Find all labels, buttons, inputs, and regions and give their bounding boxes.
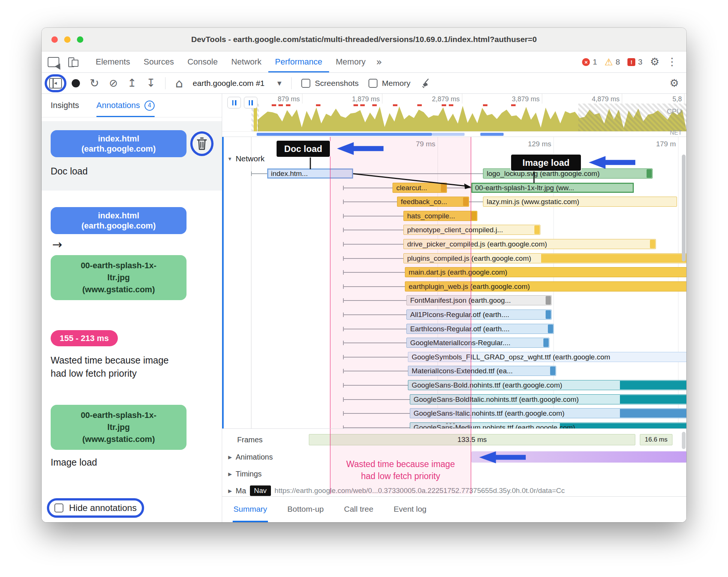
doc-load-annotation-label[interactable]: Doc load (277, 141, 330, 157)
network-request[interactable]: 00-earth-splash-1x-ltr.jpg (ww... (222, 183, 686, 194)
annotation-pill-index-html[interactable]: index.html (earth.google.com) (51, 207, 187, 234)
tab-sources[interactable]: Sources (137, 51, 181, 72)
long-task-marker (316, 104, 320, 106)
load-profile-button[interactable]: ↧ (146, 78, 155, 89)
collapse-triangle-icon[interactable]: ▼ (227, 156, 232, 162)
network-request[interactable]: earthplugin_web.js (earth.google.com) (222, 281, 686, 292)
annotation-pill-splash-image[interactable]: 00-earth-splash-1x- ltr.jpg (www.gstatic… (51, 405, 187, 450)
request-label: phenotype_client_compiled.j... (407, 225, 503, 235)
error-badge[interactable]: × 1 (582, 57, 597, 66)
bottom-tab-call-tree[interactable]: Call tree (343, 497, 374, 522)
tab-performance[interactable]: Performance (268, 51, 329, 72)
inspect-element-button[interactable] (48, 57, 59, 67)
memory-checkbox[interactable] (369, 79, 378, 88)
network-request[interactable]: drive_picker_compiled.js (earth.google.c… (222, 239, 686, 250)
annotation-entry-time-range[interactable]: 155 - 213 ms Wasted time because image h… (42, 330, 222, 380)
frames-bar[interactable]: 16.6 ms (640, 434, 672, 445)
annotation-pill-splash-image[interactable]: 00-earth-splash-1x- ltr.jpg (www.gstatic… (51, 255, 187, 300)
tab-network[interactable]: Network (224, 51, 268, 72)
network-request[interactable]: GoogleSans-Italic.nohints.ttf (earth.goo… (222, 408, 686, 419)
network-request[interactable]: EarthIcons-Regular.otf (earth.... (222, 324, 686, 335)
network-request[interactable]: MaterialIcons-Extended.ttf (ea... (222, 366, 686, 377)
close-button[interactable] (51, 36, 58, 43)
cpu-chart[interactable] (222, 104, 686, 131)
annotation-pill-index-html[interactable]: index.html (earth.google.com) (51, 130, 187, 157)
request-end-cap (550, 367, 555, 375)
issues-badge[interactable]: ! 3 (627, 57, 642, 66)
warning-badge[interactable]: ⚠ 8 (605, 57, 620, 67)
tab-memory[interactable]: Memory (329, 51, 372, 72)
network-request[interactable]: FontManifest.json (earth.goog... (222, 295, 686, 306)
inspect-cursor-icon (48, 57, 59, 67)
settings-gear-icon[interactable]: ⚙ (650, 57, 659, 67)
network-request[interactable]: All1PIcons-Regular.otf (earth.... (222, 310, 686, 320)
tab-console[interactable]: Console (180, 51, 224, 72)
kebab-menu-icon[interactable]: ⋮ (667, 57, 677, 67)
hide-annotations-row[interactable]: Hide annotations (54, 503, 137, 513)
network-request[interactable]: GoogleSans-BoldItalic.nohints.ttf (earth… (222, 394, 686, 405)
collapse-triangle-icon[interactable]: ▶ (228, 454, 232, 460)
hide-annotations-checkbox[interactable] (54, 503, 63, 512)
bottom-tab-event-log[interactable]: Event log (393, 497, 427, 522)
tab-annotations[interactable]: Annotations 4 (96, 94, 155, 117)
minimize-button[interactable] (64, 36, 71, 43)
annotation-label: Image load (51, 456, 182, 469)
network-request[interactable]: plugins_compiled.js (earth.google.com) (222, 253, 686, 264)
tab-elements[interactable]: Elements (89, 51, 137, 72)
performance-settings-gear-icon[interactable]: ⚙ (669, 78, 679, 89)
track-resize-handle[interactable]: ••• (446, 420, 456, 428)
bottom-tab-summary[interactable]: Summary (233, 497, 268, 522)
annotation-entry-doc-load[interactable]: index.html (earth.google.com) Doc load (42, 121, 222, 191)
network-waterfall[interactable]: ▼ Network Doc load Image load ••• 79 ms1… (222, 137, 686, 428)
lower-tracks: Frames 133.5 ms 16.6 ms ▶ Animations ▶ T… (222, 428, 686, 496)
network-request[interactable]: GoogleSans-Bold.nohints.ttf (earth.googl… (222, 380, 686, 391)
delete-annotation-button[interactable] (196, 136, 208, 151)
network-track-header[interactable]: ▼ Network (227, 154, 265, 163)
nav-annotation-chip[interactable]: Nav (250, 485, 271, 496)
tracks-scrollbar[interactable] (682, 432, 686, 449)
waterfall-scrollbar[interactable] (682, 155, 686, 261)
timeline-overview[interactable]: 879 ms1,879 ms2,879 ms3,879 ms4,879 ms5,… (222, 94, 686, 137)
screenshots-checkbox[interactable] (301, 79, 310, 88)
long-task-marker (372, 104, 377, 106)
bottom-tab-bottom-up[interactable]: Bottom-up (287, 497, 325, 522)
request-label: lazy.min.js (www.gstatic.com) (487, 197, 579, 207)
network-request[interactable]: phenotype_client_compiled.j... (222, 225, 686, 236)
save-profile-button[interactable]: ↥ (128, 78, 137, 89)
request-label: index.htm... (271, 168, 308, 179)
request-end-cap (534, 225, 540, 234)
garbage-broom-icon (420, 78, 432, 89)
annotation-entry-link[interactable]: index.html (earth.google.com) → 00-earth… (42, 207, 222, 300)
pause-marker-button[interactable] (227, 97, 241, 108)
network-request[interactable]: GoogleMaterialIcons-Regular.... (222, 338, 686, 349)
record-button[interactable] (72, 79, 80, 87)
request-label: FontManifest.json (earth.goog... (410, 295, 511, 305)
collapse-triangle-icon[interactable]: ▶ (228, 471, 232, 477)
profile-select[interactable]: earth.google.com #1 ▾ (193, 79, 282, 88)
annotation-label: Wasted time because image had low fetch … (51, 354, 182, 380)
screenshots-toggle[interactable]: Screenshots (301, 79, 359, 88)
tab-insights[interactable]: Insights (51, 94, 79, 117)
memory-toggle[interactable]: Memory (369, 79, 411, 88)
timings-track-label: Timings (236, 470, 262, 478)
toggle-sidebar-button[interactable] (49, 78, 62, 89)
annotation-pill-time-range[interactable]: 155 - 213 ms (51, 330, 118, 346)
zoom-button[interactable] (77, 36, 83, 43)
clear-button[interactable]: ⊘ (109, 78, 117, 89)
collapse-triangle-icon[interactable]: ▶ (228, 488, 232, 494)
reload-and-record-button[interactable]: ↻ (90, 78, 99, 89)
annotation-entry-image-load[interactable]: 00-earth-splash-1x- ltr.jpg (www.gstatic… (42, 405, 222, 469)
collect-garbage-button[interactable] (420, 78, 432, 89)
pause-marker-button[interactable] (244, 97, 257, 108)
image-load-annotation-label[interactable]: Image load (511, 155, 581, 171)
more-tabs-button[interactable]: » (372, 57, 386, 67)
network-request[interactable]: hats_compile... (222, 211, 686, 222)
error-count: 1 (593, 57, 597, 66)
profile-select-value: earth.google.com #1 (193, 79, 265, 88)
frames-bar[interactable]: 133.5 ms (309, 434, 635, 445)
network-request[interactable]: GoogleSymbols_FILL_GRAD_opsz_wght.ttf (e… (222, 352, 686, 363)
home-button[interactable]: ⌂ (175, 77, 183, 89)
network-request[interactable]: main.dart.js (earth.google.com) (222, 267, 686, 278)
window-titlebar[interactable]: DevTools - earth.google.com/static/multi… (42, 28, 686, 51)
device-toolbar-button[interactable] (68, 57, 78, 67)
